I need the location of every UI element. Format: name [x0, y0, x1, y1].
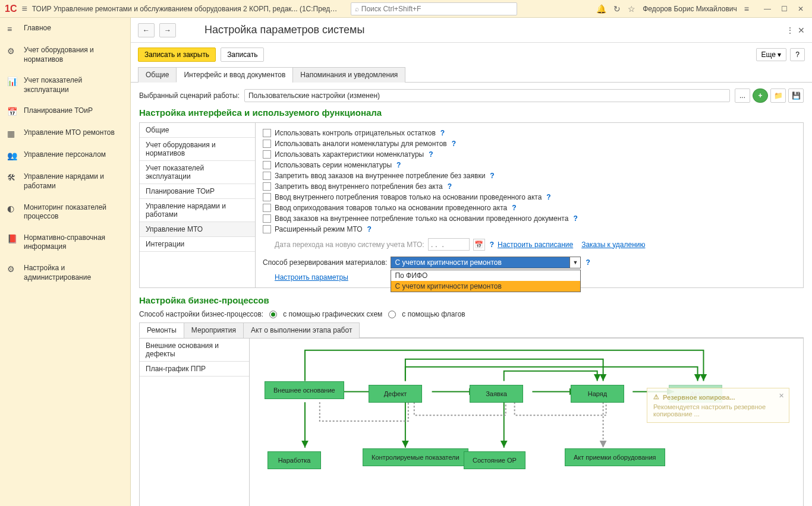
- cat-mto[interactable]: Управление МТО: [140, 222, 255, 237]
- history-icon[interactable]: ↻: [613, 4, 621, 14]
- tools-icon: 🛠: [7, 173, 17, 182]
- node-request[interactable]: Заявка: [470, 385, 523, 403]
- notification-toast: ✕ ⚠Резервное копирова... Рекомендуется н…: [647, 388, 789, 423]
- tab-notifications[interactable]: Напоминания и уведомления: [292, 67, 405, 83]
- cat-metrics[interactable]: Учет показателей эксплуатации: [140, 161, 255, 184]
- chk-characteristics[interactable]: [263, 150, 271, 159]
- link-configure-params[interactable]: Настроить параметры: [275, 273, 348, 282]
- sidebar-item-equipment[interactable]: ⚙Учет оборудования и нормативов: [0, 40, 130, 70]
- page-title: Настройка параметров системы: [204, 24, 364, 36]
- minimize-button[interactable]: —: [761, 2, 774, 15]
- reserve-dropdown[interactable]: С учетом критичности ремонтов ▼: [391, 257, 581, 268]
- chk-series[interactable]: [263, 161, 271, 169]
- scenario-label: Выбранный сценарий работы:: [139, 91, 240, 100]
- star-icon[interactable]: ☆: [628, 4, 635, 14]
- scenario-save-button[interactable]: 💾: [788, 88, 804, 103]
- cat-orders[interactable]: Управление нарядами и работами: [140, 199, 255, 222]
- cat-equipment[interactable]: Учет оборудования и нормативов: [140, 138, 255, 161]
- bp-tab-repairs[interactable]: Ремонты: [139, 322, 184, 338]
- scenario-select-button[interactable]: ...: [735, 88, 750, 103]
- help-icon[interactable]: ?: [586, 258, 590, 267]
- dropdown-opt-fifo[interactable]: По ФИФО: [391, 270, 580, 281]
- node-external[interactable]: Внешнее основание: [265, 381, 344, 399]
- cat-integrations[interactable]: Интеграции: [140, 237, 255, 252]
- date-input[interactable]: [428, 238, 470, 251]
- hamburger-icon[interactable]: ≡: [21, 4, 27, 14]
- more-button[interactable]: Еще ▾: [756, 48, 787, 61]
- radio-flags[interactable]: [388, 311, 396, 318]
- node-order[interactable]: Наряд: [571, 385, 624, 403]
- back-button[interactable]: ←: [138, 23, 155, 37]
- dropdown-arrow-icon[interactable]: ▼: [569, 257, 580, 268]
- maximize-button[interactable]: ☐: [778, 2, 791, 15]
- link-schedule[interactable]: Настроить расписание: [498, 241, 573, 249]
- help-icon[interactable]: ?: [429, 150, 433, 159]
- help-button[interactable]: ?: [790, 48, 805, 61]
- link-orders-delete[interactable]: Заказы к удалению: [581, 241, 645, 249]
- help-icon[interactable]: ?: [448, 182, 452, 191]
- bp-tab-act[interactable]: Акт о выполнении этапа работ: [243, 322, 360, 338]
- scenario-add-button[interactable]: +: [753, 88, 768, 103]
- close-window-button[interactable]: ✕: [794, 2, 807, 15]
- help-icon[interactable]: ?: [440, 129, 445, 137]
- help-icon[interactable]: ?: [367, 225, 372, 233]
- search-input[interactable]: [361, 5, 513, 13]
- dropdown-opt-critical[interactable]: С учетом критичности ремонтов: [391, 281, 580, 292]
- sidebar-item-planning[interactable]: 📅Планирование ТОиР: [0, 100, 130, 122]
- chk-neg-stock[interactable]: [263, 129, 271, 137]
- sidebar-item-monitoring[interactable]: ◐Мониторинг показателей процессов: [0, 197, 130, 227]
- help-icon[interactable]: ?: [573, 214, 577, 223]
- help-icon[interactable]: ?: [490, 241, 494, 249]
- search-box[interactable]: ⌕: [351, 2, 517, 15]
- bell-icon[interactable]: 🔔: [596, 4, 606, 14]
- reserve-label: Способ резервирования материалов:: [263, 258, 387, 267]
- sidebar-item-personnel[interactable]: 👥Управление персоналом: [0, 144, 130, 166]
- node-acceptance[interactable]: Акт приемки оборудования: [565, 448, 665, 466]
- chk-extended-mto[interactable]: [263, 225, 271, 233]
- node-controlled[interactable]: Контролируемые показатели: [363, 448, 468, 466]
- chk-prohibit-consume[interactable]: [263, 182, 271, 191]
- chk-analogs[interactable]: [263, 140, 271, 148]
- scenario-input[interactable]: Пользовательские настройки (изменен): [244, 89, 730, 102]
- chk-prohibit-orders[interactable]: [263, 172, 271, 180]
- sidebar-item-reference[interactable]: 📕Нормативно-справочная информация: [0, 227, 130, 258]
- sidebar-item-settings[interactable]: ⚙Настройка и администрирование: [0, 258, 130, 288]
- save-close-button[interactable]: Записать и закрыть: [138, 48, 216, 62]
- node-defect[interactable]: Дефект: [369, 385, 422, 403]
- help-icon[interactable]: ?: [546, 193, 550, 201]
- menu-dots-icon[interactable]: ⋮: [786, 26, 794, 35]
- forward-button[interactable]: →: [159, 23, 176, 37]
- close-form-button[interactable]: ✕: [798, 26, 805, 35]
- save-button[interactable]: Записать: [221, 48, 264, 62]
- scenario-folder-button[interactable]: 📁: [770, 88, 786, 103]
- logo-1c: 1C: [5, 4, 17, 14]
- user-name[interactable]: Федоров Борис Михайлович: [643, 5, 737, 13]
- sidebar-item-main[interactable]: ≡Главное: [0, 18, 130, 40]
- cat-general[interactable]: Общие: [140, 123, 255, 138]
- help-icon[interactable]: ?: [396, 161, 401, 169]
- people-icon: 👥: [7, 151, 17, 160]
- filter-icon[interactable]: ≡: [744, 4, 749, 14]
- calendar-button[interactable]: 📅: [473, 239, 485, 251]
- main-tabs: Общие Интерфейс и ввод документов Напоми…: [131, 67, 812, 83]
- sidebar-item-metrics[interactable]: 📊Учет показателей эксплуатации: [0, 70, 130, 100]
- help-icon[interactable]: ?: [452, 140, 456, 148]
- chk-receipt-act[interactable]: [263, 204, 271, 212]
- bp-side-ppr[interactable]: План-график ППР: [140, 362, 249, 377]
- tab-interface[interactable]: Интерфейс и ввод документов: [176, 67, 293, 83]
- sidebar-item-mto[interactable]: ▦Управление МТО ремонтов: [0, 122, 130, 144]
- chk-orders-doc[interactable]: [263, 214, 271, 223]
- cat-planning[interactable]: Планирование ТОиР: [140, 184, 255, 199]
- bp-method-label: Способ настройки бизнес-процессов:: [139, 310, 263, 318]
- sidebar-item-orders[interactable]: 🛠Управление нарядами и работами: [0, 166, 130, 197]
- node-runtime[interactable]: Наработка: [267, 451, 321, 469]
- help-icon[interactable]: ?: [490, 172, 494, 180]
- radio-graphic[interactable]: [269, 311, 277, 318]
- notification-close[interactable]: ✕: [779, 392, 784, 400]
- help-icon[interactable]: ?: [512, 204, 516, 212]
- chk-consume-act[interactable]: [263, 193, 271, 201]
- node-state[interactable]: Состояние ОР: [464, 451, 525, 469]
- tab-general[interactable]: Общие: [138, 67, 177, 83]
- bp-side-external[interactable]: Внешние основания и дефекты: [140, 339, 249, 362]
- bp-tab-events[interactable]: Мероприятия: [184, 322, 244, 338]
